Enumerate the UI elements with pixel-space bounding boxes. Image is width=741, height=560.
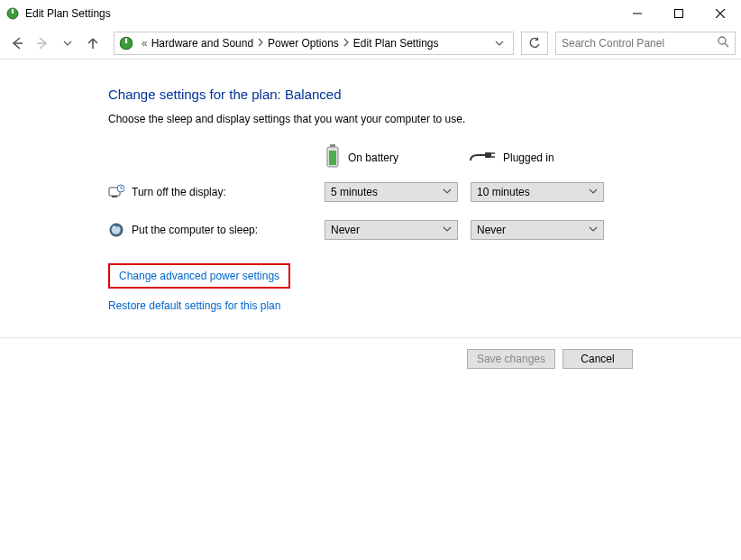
sleep-battery-dropdown[interactable]: Never	[325, 220, 458, 240]
chevron-down-icon	[443, 224, 452, 236]
sleep-label-text: Put the computer to sleep:	[132, 224, 258, 236]
up-button[interactable]	[81, 32, 105, 55]
maximize-button[interactable]	[658, 0, 700, 27]
search-box[interactable]	[555, 32, 736, 55]
forward-button[interactable]	[31, 32, 54, 55]
display-battery-dropdown[interactable]: 5 minutes	[325, 182, 458, 202]
svg-rect-15	[485, 152, 491, 158]
search-icon	[717, 35, 729, 50]
dropdown-value: 5 minutes	[331, 186, 443, 198]
on-battery-label: On battery	[348, 151, 398, 164]
setting-row-sleep: Put the computer to sleep: Never Never	[108, 220, 741, 240]
chevron-right-icon	[257, 37, 264, 50]
cancel-button[interactable]: Cancel	[563, 349, 633, 369]
refresh-button[interactable]	[521, 32, 548, 55]
breadcrumb-dropdown[interactable]	[489, 39, 509, 48]
advanced-settings-link[interactable]: Change advanced power settings	[119, 270, 279, 282]
titlebar: Edit Plan Settings	[0, 0, 741, 27]
svg-rect-9	[125, 38, 127, 43]
recent-locations-dropdown[interactable]	[56, 32, 79, 55]
page-heading: Change settings for the plan: Balanced	[108, 87, 741, 102]
breadcrumb-item[interactable]: Edit Plan Settings	[353, 37, 439, 50]
close-button[interactable]	[700, 0, 741, 27]
search-input[interactable]	[562, 37, 713, 50]
svg-rect-1	[12, 9, 14, 14]
nav-row: « Hardware and Sound Power Options Edit …	[0, 27, 741, 60]
svg-rect-19	[112, 196, 117, 197]
setting-row-display: Turn off the display: 5 minutes 10 minut…	[108, 182, 741, 202]
column-headers: On battery Plugged in	[325, 143, 741, 171]
plugged-in-column: Plugged in	[469, 143, 613, 171]
main-content: Change settings for the plan: Balanced C…	[0, 60, 741, 312]
breadcrumb-item[interactable]: Hardware and Sound	[151, 37, 253, 50]
highlight-annotation: Change advanced power settings	[108, 263, 290, 289]
breadcrumb-prefix: «	[142, 37, 148, 50]
back-button[interactable]	[5, 32, 29, 55]
footer-buttons: Save changes Cancel	[0, 338, 741, 369]
minimize-button[interactable]	[617, 0, 658, 27]
chevron-down-icon	[589, 186, 598, 198]
page-description: Choose the sleep and display settings th…	[108, 113, 741, 125]
restore-defaults-link[interactable]: Restore default settings for this plan	[108, 299, 280, 312]
sleep-icon	[108, 222, 124, 238]
power-options-icon	[118, 35, 134, 51]
sleep-plugged-dropdown[interactable]: Never	[471, 220, 604, 240]
window-title: Edit Plan Settings	[25, 7, 617, 20]
setting-label: Turn off the display:	[108, 184, 325, 200]
chevron-right-icon	[343, 37, 350, 50]
dropdown-value: 10 minutes	[477, 186, 589, 198]
setting-label: Put the computer to sleep:	[108, 222, 325, 238]
battery-icon	[325, 143, 341, 171]
chevron-down-icon	[589, 224, 598, 236]
display-label-text: Turn off the display:	[132, 186, 226, 198]
svg-rect-3	[675, 10, 683, 18]
save-button[interactable]: Save changes	[467, 349, 555, 369]
window-controls	[617, 0, 741, 27]
chevron-down-icon	[443, 186, 452, 198]
svg-line-11	[725, 43, 728, 47]
display-timeout-icon	[108, 184, 124, 200]
svg-rect-14	[329, 151, 336, 165]
dropdown-value: Never	[477, 224, 589, 236]
plug-icon	[469, 148, 496, 167]
links: Change advanced power settings Restore d…	[108, 263, 741, 312]
svg-point-10	[718, 37, 726, 44]
plugged-in-label: Plugged in	[503, 151, 554, 164]
display-plugged-dropdown[interactable]: 10 minutes	[471, 182, 604, 202]
breadcrumb-item[interactable]: Power Options	[268, 37, 339, 50]
on-battery-column: On battery	[325, 143, 469, 171]
breadcrumb[interactable]: « Hardware and Sound Power Options Edit …	[114, 32, 514, 55]
dropdown-value: Never	[331, 224, 443, 236]
power-options-icon	[5, 6, 20, 21]
